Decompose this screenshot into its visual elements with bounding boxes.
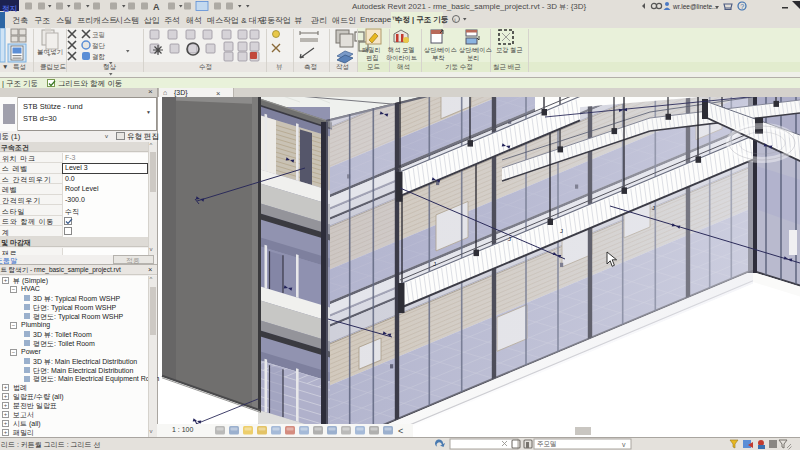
svg-text:J: J	[433, 261, 436, 267]
svg-text:J: J	[508, 236, 511, 242]
svg-text:J: J	[560, 228, 563, 234]
svg-text:<: <	[398, 426, 403, 436]
svg-text:v: v	[622, 441, 626, 448]
svg-text:J: J	[652, 205, 655, 211]
